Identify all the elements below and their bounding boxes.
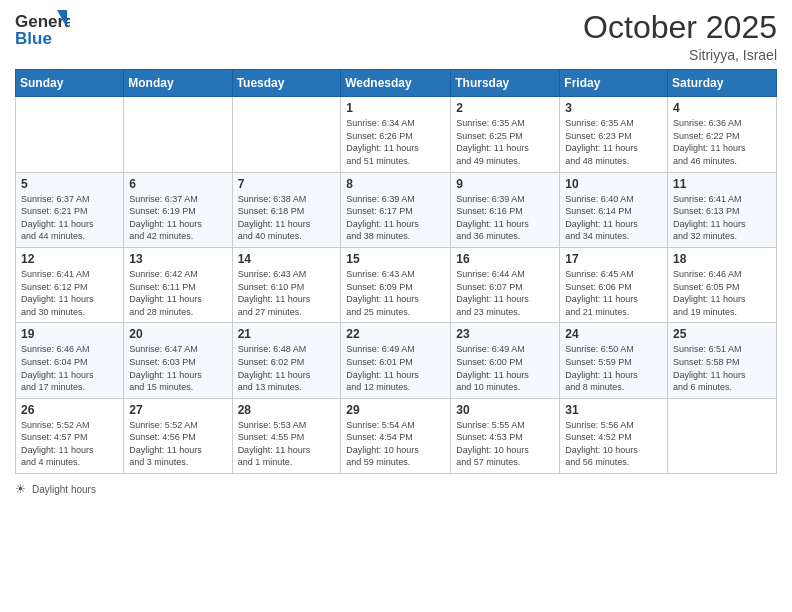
day-info: Sunrise: 6:43 AM Sunset: 6:10 PM Dayligh… [238,268,336,318]
day-info: Sunrise: 6:46 AM Sunset: 6:05 PM Dayligh… [673,268,771,318]
calendar-cell: 12Sunrise: 6:41 AM Sunset: 6:12 PM Dayli… [16,247,124,322]
calendar-cell: 13Sunrise: 6:42 AM Sunset: 6:11 PM Dayli… [124,247,232,322]
day-number: 6 [129,177,226,191]
day-info: Sunrise: 6:37 AM Sunset: 6:19 PM Dayligh… [129,193,226,243]
calendar-cell: 10Sunrise: 6:40 AM Sunset: 6:14 PM Dayli… [560,172,668,247]
weekday-header-monday: Monday [124,70,232,97]
day-number: 19 [21,327,118,341]
day-info: Sunrise: 6:50 AM Sunset: 5:59 PM Dayligh… [565,343,662,393]
day-number: 5 [21,177,118,191]
day-number: 4 [673,101,771,115]
day-number: 23 [456,327,554,341]
day-info: Sunrise: 6:49 AM Sunset: 6:01 PM Dayligh… [346,343,445,393]
day-number: 20 [129,327,226,341]
day-number: 12 [21,252,118,266]
day-info: Sunrise: 6:39 AM Sunset: 6:16 PM Dayligh… [456,193,554,243]
calendar-cell: 5Sunrise: 6:37 AM Sunset: 6:21 PM Daylig… [16,172,124,247]
calendar-cell: 17Sunrise: 6:45 AM Sunset: 6:06 PM Dayli… [560,247,668,322]
calendar-cell: 8Sunrise: 6:39 AM Sunset: 6:17 PM Daylig… [341,172,451,247]
day-info: Sunrise: 6:48 AM Sunset: 6:02 PM Dayligh… [238,343,336,393]
calendar-week-row: 26Sunrise: 5:52 AM Sunset: 4:57 PM Dayli… [16,398,777,473]
day-number: 10 [565,177,662,191]
weekday-header-thursday: Thursday [451,70,560,97]
day-info: Sunrise: 6:36 AM Sunset: 6:22 PM Dayligh… [673,117,771,167]
day-info: Sunrise: 6:39 AM Sunset: 6:17 PM Dayligh… [346,193,445,243]
day-number: 26 [21,403,118,417]
calendar-cell: 31Sunrise: 5:56 AM Sunset: 4:52 PM Dayli… [560,398,668,473]
day-number: 31 [565,403,662,417]
day-number: 21 [238,327,336,341]
calendar-cell: 22Sunrise: 6:49 AM Sunset: 6:01 PM Dayli… [341,323,451,398]
calendar-week-row: 5Sunrise: 6:37 AM Sunset: 6:21 PM Daylig… [16,172,777,247]
day-number: 28 [238,403,336,417]
calendar-cell: 24Sunrise: 6:50 AM Sunset: 5:59 PM Dayli… [560,323,668,398]
day-number: 7 [238,177,336,191]
day-info: Sunrise: 5:54 AM Sunset: 4:54 PM Dayligh… [346,419,445,469]
calendar-cell: 1Sunrise: 6:34 AM Sunset: 6:26 PM Daylig… [341,97,451,172]
daylight-label: Daylight hours [32,484,96,495]
day-info: Sunrise: 6:46 AM Sunset: 6:04 PM Dayligh… [21,343,118,393]
day-info: Sunrise: 6:49 AM Sunset: 6:00 PM Dayligh… [456,343,554,393]
day-info: Sunrise: 5:53 AM Sunset: 4:55 PM Dayligh… [238,419,336,469]
day-info: Sunrise: 6:35 AM Sunset: 6:23 PM Dayligh… [565,117,662,167]
calendar-cell: 7Sunrise: 6:38 AM Sunset: 6:18 PM Daylig… [232,172,341,247]
logo: GeneralBlue [15,10,70,48]
day-info: Sunrise: 6:41 AM Sunset: 6:13 PM Dayligh… [673,193,771,243]
weekday-header-row: SundayMondayTuesdayWednesdayThursdayFrid… [16,70,777,97]
calendar-cell [16,97,124,172]
calendar-table: SundayMondayTuesdayWednesdayThursdayFrid… [15,69,777,474]
calendar-cell: 16Sunrise: 6:44 AM Sunset: 6:07 PM Dayli… [451,247,560,322]
month-title: October 2025 [583,10,777,45]
day-info: Sunrise: 5:52 AM Sunset: 4:56 PM Dayligh… [129,419,226,469]
day-info: Sunrise: 6:44 AM Sunset: 6:07 PM Dayligh… [456,268,554,318]
day-number: 14 [238,252,336,266]
day-info: Sunrise: 6:42 AM Sunset: 6:11 PM Dayligh… [129,268,226,318]
calendar-cell: 27Sunrise: 5:52 AM Sunset: 4:56 PM Dayli… [124,398,232,473]
day-info: Sunrise: 6:37 AM Sunset: 6:21 PM Dayligh… [21,193,118,243]
calendar-cell: 20Sunrise: 6:47 AM Sunset: 6:03 PM Dayli… [124,323,232,398]
title-block: October 2025 Sitriyya, Israel [583,10,777,63]
day-number: 16 [456,252,554,266]
day-info: Sunrise: 6:51 AM Sunset: 5:58 PM Dayligh… [673,343,771,393]
day-info: Sunrise: 6:43 AM Sunset: 6:09 PM Dayligh… [346,268,445,318]
calendar-cell [232,97,341,172]
day-number: 13 [129,252,226,266]
svg-text:Blue: Blue [15,29,52,48]
calendar-week-row: 1Sunrise: 6:34 AM Sunset: 6:26 PM Daylig… [16,97,777,172]
day-info: Sunrise: 6:34 AM Sunset: 6:26 PM Dayligh… [346,117,445,167]
day-info: Sunrise: 6:35 AM Sunset: 6:25 PM Dayligh… [456,117,554,167]
calendar-cell: 26Sunrise: 5:52 AM Sunset: 4:57 PM Dayli… [16,398,124,473]
calendar-cell: 4Sunrise: 6:36 AM Sunset: 6:22 PM Daylig… [668,97,777,172]
calendar-cell: 2Sunrise: 6:35 AM Sunset: 6:25 PM Daylig… [451,97,560,172]
day-number: 24 [565,327,662,341]
location: Sitriyya, Israel [583,47,777,63]
day-info: Sunrise: 6:40 AM Sunset: 6:14 PM Dayligh… [565,193,662,243]
day-number: 22 [346,327,445,341]
calendar-cell: 21Sunrise: 6:48 AM Sunset: 6:02 PM Dayli… [232,323,341,398]
day-info: Sunrise: 5:52 AM Sunset: 4:57 PM Dayligh… [21,419,118,469]
weekday-header-tuesday: Tuesday [232,70,341,97]
calendar-cell: 14Sunrise: 6:43 AM Sunset: 6:10 PM Dayli… [232,247,341,322]
day-number: 27 [129,403,226,417]
day-info: Sunrise: 5:55 AM Sunset: 4:53 PM Dayligh… [456,419,554,469]
weekday-header-wednesday: Wednesday [341,70,451,97]
day-number: 29 [346,403,445,417]
weekday-header-friday: Friday [560,70,668,97]
calendar-cell: 6Sunrise: 6:37 AM Sunset: 6:19 PM Daylig… [124,172,232,247]
weekday-header-sunday: Sunday [16,70,124,97]
day-number: 15 [346,252,445,266]
day-info: Sunrise: 6:41 AM Sunset: 6:12 PM Dayligh… [21,268,118,318]
footer: ☀ Daylight hours [15,482,777,496]
calendar-cell: 9Sunrise: 6:39 AM Sunset: 6:16 PM Daylig… [451,172,560,247]
calendar-cell [668,398,777,473]
day-number: 18 [673,252,771,266]
day-info: Sunrise: 6:45 AM Sunset: 6:06 PM Dayligh… [565,268,662,318]
sun-icon: ☀ [15,482,26,496]
calendar-cell: 23Sunrise: 6:49 AM Sunset: 6:00 PM Dayli… [451,323,560,398]
day-number: 25 [673,327,771,341]
calendar-cell: 28Sunrise: 5:53 AM Sunset: 4:55 PM Dayli… [232,398,341,473]
weekday-header-saturday: Saturday [668,70,777,97]
calendar-cell: 30Sunrise: 5:55 AM Sunset: 4:53 PM Dayli… [451,398,560,473]
logo-svg: GeneralBlue [15,10,70,48]
calendar-week-row: 19Sunrise: 6:46 AM Sunset: 6:04 PM Dayli… [16,323,777,398]
